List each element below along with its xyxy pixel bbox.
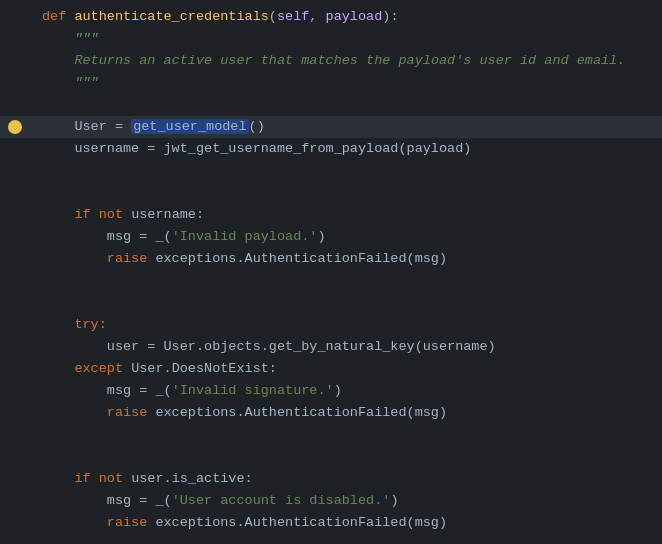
code-line-6: User = get_user_model()	[0, 116, 662, 138]
code-content-18: msg = _('Invalid signature.')	[36, 380, 342, 402]
breakpoint-icon[interactable]	[8, 120, 22, 134]
code-line-5	[0, 94, 662, 116]
code-line-7: username = jwt_get_username_from_payload…	[0, 138, 662, 160]
code-content-24: raise exceptions.AuthenticationFailed(ms…	[36, 512, 447, 534]
code-line-11: msg = _('Invalid payload.')	[0, 226, 662, 248]
code-line-21	[0, 446, 662, 468]
code-content-5	[36, 94, 50, 116]
code-content-23: msg = _('User account is disabled.')	[36, 490, 398, 512]
code-line-24: raise exceptions.AuthenticationFailed(ms…	[0, 512, 662, 534]
code-content-9	[36, 182, 50, 204]
code-line-3: Returns an active user that matches the …	[0, 50, 662, 72]
code-line-2: """	[0, 28, 662, 50]
code-line-17: except User.DoesNotExist:	[0, 358, 662, 380]
code-content-19: raise exceptions.AuthenticationFailed(ms…	[36, 402, 447, 424]
code-line-13	[0, 270, 662, 292]
code-content-8	[36, 160, 50, 182]
code-content-17: except User.DoesNotExist:	[36, 358, 277, 380]
code-line-20	[0, 424, 662, 446]
code-line-4: """	[0, 72, 662, 94]
code-content-11: msg = _('Invalid payload.')	[36, 226, 326, 248]
code-content-3: Returns an active user that matches the …	[36, 50, 625, 72]
code-content-14	[36, 292, 50, 314]
code-content-7: username = jwt_get_username_from_payload…	[36, 138, 471, 160]
code-line-1: def authenticate_credentials(self, paylo…	[0, 6, 662, 28]
code-content-13	[36, 270, 50, 292]
code-content-15: try:	[36, 314, 107, 336]
code-content-1: def authenticate_credentials(self, paylo…	[36, 6, 398, 28]
code-content-16: user = User.objects.get_by_natural_key(u…	[36, 336, 496, 358]
code-content-21	[36, 446, 50, 468]
code-content-2: """	[36, 28, 99, 50]
code-content-12: raise exceptions.AuthenticationFailed(ms…	[36, 248, 447, 270]
code-line-22: if not user.is_active:	[0, 468, 662, 490]
code-line-23: msg = _('User account is disabled.')	[0, 490, 662, 512]
code-line-10: if not username:	[0, 204, 662, 226]
code-content-6: User = get_user_model()	[36, 116, 265, 138]
code-line-12: raise exceptions.AuthenticationFailed(ms…	[0, 248, 662, 270]
code-line-16: user = User.objects.get_by_natural_key(u…	[0, 336, 662, 358]
code-content-10: if not username:	[36, 204, 204, 226]
code-content-22: if not user.is_active:	[36, 468, 253, 490]
code-line-14	[0, 292, 662, 314]
code-line-18: msg = _('Invalid signature.')	[0, 380, 662, 402]
code-content-4: """	[36, 72, 99, 94]
code-editor: def authenticate_credentials(self, paylo…	[0, 0, 662, 544]
code-line-19: raise exceptions.AuthenticationFailed(ms…	[0, 402, 662, 424]
code-line-9	[0, 182, 662, 204]
code-content-20	[36, 424, 50, 446]
code-line-8	[0, 160, 662, 182]
code-line-15: try:	[0, 314, 662, 336]
